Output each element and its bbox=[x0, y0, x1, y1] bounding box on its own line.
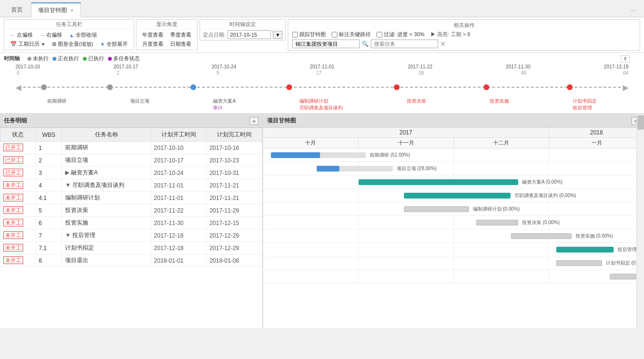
legend-not-started-label: 未执行 bbox=[33, 55, 49, 62]
date-view-button[interactable]: 日期查看 bbox=[167, 40, 194, 49]
collapse-all-button[interactable]: ▲ 全部收缩 bbox=[66, 30, 100, 40]
scrollbar-thumb[interactable] bbox=[637, 115, 644, 130]
track-gantt-input[interactable] bbox=[292, 32, 298, 38]
legend-dot-purple bbox=[108, 57, 112, 61]
critical-path-checkbox[interactable]: 标注关键路径 bbox=[332, 31, 371, 38]
task-search-input[interactable] bbox=[371, 40, 438, 48]
table-row: 未开工 8 项目退出 2018-01-01 2018-01-08 bbox=[0, 254, 262, 267]
timeline-line-container bbox=[23, 87, 621, 88]
filter-progress-input[interactable] bbox=[376, 32, 382, 38]
wbs-cell: 2 bbox=[36, 154, 62, 167]
right-arrow-icon: → bbox=[40, 32, 45, 38]
start-cell: 2017-11-01 bbox=[151, 192, 206, 204]
left-shift-button[interactable]: ← 左偏移 bbox=[7, 30, 36, 40]
milestone-dot-0 bbox=[41, 84, 47, 90]
month-view-button[interactable]: 月度查看 bbox=[139, 40, 166, 49]
num-4: 38 bbox=[418, 70, 424, 76]
expand-all-button[interactable]: ▼ 全部展开 bbox=[97, 40, 131, 49]
wbs-cell: 8 bbox=[36, 254, 62, 267]
month-dec: 十二月 bbox=[454, 138, 550, 148]
tab-more-button[interactable]: ··· bbox=[627, 3, 640, 17]
gantt-panel-header: 项目甘特图 » bbox=[263, 114, 644, 128]
task-toolbar-buttons: ← 左偏移 → 右偏移 ▲ 全部收缩 bbox=[7, 30, 131, 40]
gantt-row-7: 投后管理 (0.00%) bbox=[263, 243, 644, 256]
timeline-collapse-icon[interactable]: ⇑ bbox=[621, 55, 630, 63]
bar-track-3 bbox=[359, 179, 519, 185]
legend-in-progress: 正在执行 bbox=[53, 55, 79, 62]
date-1: 2017-10-17 bbox=[113, 64, 138, 69]
bar-track-4 bbox=[404, 193, 510, 199]
wbs-cell: 4.1 bbox=[36, 192, 62, 204]
num-2: 9 bbox=[216, 70, 219, 76]
timeline-track: 2017-10-10 2017-10-17 2017-10-24 2017-11… bbox=[4, 64, 640, 111]
collapse-label: 全部收缩 bbox=[76, 31, 97, 39]
right-shift-button[interactable]: → 右偏移 bbox=[37, 30, 65, 40]
zoom-button[interactable]: ⊞ 图形全显(缩放) bbox=[49, 40, 96, 49]
date-input[interactable] bbox=[228, 30, 271, 39]
track-gantt-checkbox[interactable]: 跟踪甘特图 bbox=[292, 31, 326, 38]
expand-icon[interactable]: ▼ bbox=[65, 232, 71, 239]
expand-label: 全部展开 bbox=[107, 40, 128, 48]
critical-path-input[interactable] bbox=[332, 32, 337, 38]
start-cell: 2017-10-24 bbox=[151, 167, 206, 179]
date-4: 2017-11-22 bbox=[408, 64, 432, 69]
bar-track-6 bbox=[511, 233, 572, 239]
timeline-left-arrow[interactable]: ◀ bbox=[15, 83, 21, 92]
table-row: 未开工 4.1 编制调研计划 2017-11-01 2017-11-21 bbox=[0, 192, 262, 204]
end-cell: 2017-11-21 bbox=[206, 179, 262, 192]
expand-icon[interactable]: ▼ bbox=[65, 182, 71, 188]
search-row: 🔍 ✕ bbox=[292, 40, 636, 48]
calendar-button[interactable]: 📅 工期日历 ▼ bbox=[7, 40, 48, 49]
display-angle-section: 显示角度 年度查看 季度查看 月度查看 日期查看 bbox=[136, 19, 198, 50]
date-3: 2017-11-01 bbox=[309, 64, 334, 69]
status-badge: 未开工 bbox=[3, 256, 23, 264]
filter-progress-label: 过滤: 进度 < 30% bbox=[384, 31, 425, 38]
quarter-view-label: 季度查看 bbox=[170, 31, 191, 39]
bar-label-6: 投资实施 (0.00%) bbox=[576, 233, 613, 239]
bar-label-2: 项目立项 (28.00%) bbox=[397, 165, 437, 172]
year-view-button[interactable]: 年度查看 bbox=[139, 30, 166, 40]
project-search-input[interactable] bbox=[292, 40, 360, 48]
status-cell: 未开工 bbox=[0, 229, 36, 242]
quarter-view-button[interactable]: 季度查看 bbox=[167, 30, 194, 40]
milestone-line: ◀ ▶ bbox=[15, 78, 629, 97]
gantt-panel-title: 项目甘特图 bbox=[267, 117, 296, 125]
tab-gantt[interactable]: 项目甘特图 ✕ bbox=[31, 2, 81, 17]
status-badge: 未开工 bbox=[3, 206, 23, 214]
task-panel-collapse-btn[interactable]: « bbox=[250, 117, 258, 125]
legend-multi-label: 多任务状态 bbox=[113, 55, 140, 62]
task-panel-title: 任务明细 bbox=[4, 117, 27, 125]
task-name-cell: 项目退出 bbox=[62, 254, 150, 267]
milestone-label-5: 投资实施 bbox=[490, 98, 509, 111]
wbs-cell: 7 bbox=[36, 229, 62, 242]
timeline-right-arrow[interactable]: ▶ bbox=[623, 83, 629, 92]
status-badge: 已开工 bbox=[3, 169, 23, 176]
date-5: 2017-11-30 bbox=[506, 64, 530, 69]
month-oct: 十月 bbox=[263, 138, 359, 148]
timeline-title: 时间轴 bbox=[4, 55, 20, 62]
status-badge: 已开工 bbox=[3, 144, 23, 151]
table-row: 未开工 5 投资决策 2017-11-22 2017-11-29 bbox=[0, 204, 262, 217]
dropdown-icon: ▼ bbox=[41, 42, 45, 47]
milestone-label-3: 编制调研计划尽职调查及项目谈判 bbox=[299, 98, 343, 111]
legend-done-label: 已执行 bbox=[88, 55, 104, 62]
date-picker-button[interactable]: ▼ bbox=[273, 31, 282, 39]
bar-label-5: 投资决策 (0.00%) bbox=[522, 219, 560, 226]
start-cell: 2017-10-17 bbox=[151, 154, 206, 167]
col-status: 状态 bbox=[0, 128, 36, 142]
gantt-panel: 项目甘特图 » 2017 2018 十月 十一月 十二月 一月 bbox=[263, 114, 644, 328]
end-cell: 2017-10-31 bbox=[206, 167, 262, 179]
tab-close-icon[interactable]: ✕ bbox=[70, 8, 74, 13]
tab-home[interactable]: 首页 bbox=[4, 2, 30, 17]
filter-progress-checkbox[interactable]: 过滤: 进度 < 30% bbox=[376, 31, 425, 38]
search-icon[interactable]: 🔍 bbox=[362, 40, 369, 47]
bar-fill-2 bbox=[317, 166, 339, 172]
bar-track-8 bbox=[610, 274, 636, 279]
gantt-row-5: 投资决策 (0.00%) bbox=[263, 216, 644, 229]
timeline-expand-btn[interactable]: ⇑ bbox=[621, 55, 630, 62]
legend-dot-green bbox=[83, 57, 87, 61]
related-checkboxes-row: 跟踪甘特图 标注关键路径 过滤: 进度 < 30% ▶ 高亮: 工期 > 8 bbox=[292, 31, 636, 38]
expand-icon[interactable]: ▶ bbox=[65, 169, 69, 176]
gantt-scrollbar-v[interactable] bbox=[636, 114, 644, 328]
task-search-clear-icon[interactable]: ✕ bbox=[440, 40, 446, 48]
